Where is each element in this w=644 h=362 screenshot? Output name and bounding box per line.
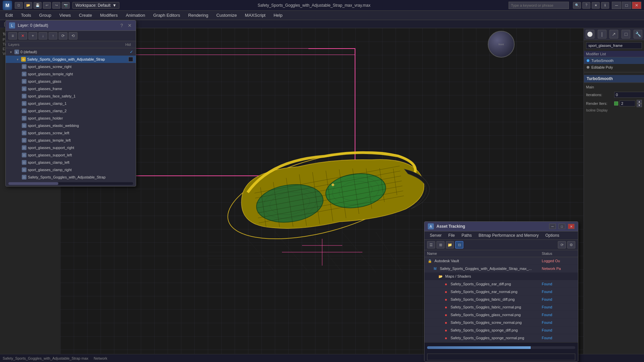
layer-item-clamp-right[interactable]: □ sport_glasses_clamp_right xyxy=(6,166,136,173)
asset-list-btn[interactable]: ☰ xyxy=(427,241,435,248)
nav-sphere[interactable]: front xyxy=(488,31,515,58)
layer-item-support-right[interactable]: □ sport_glasses_support_right xyxy=(6,144,136,151)
menu-rendering[interactable]: Rendering xyxy=(184,11,212,19)
layer-item-elastic[interactable]: □ sport_glasses_elastic_webbing xyxy=(6,122,136,129)
close-btn[interactable]: ✕ xyxy=(632,2,641,9)
editable-poly-modifier-item[interactable]: Editable Poly xyxy=(584,64,644,71)
menu-help[interactable]: Help xyxy=(270,11,287,19)
layers-scrollbar[interactable] xyxy=(8,182,133,185)
layer-item-default[interactable]: ▾ L 0 (default) ✓ xyxy=(6,48,136,56)
layers-menu-btn[interactable]: ≡ xyxy=(8,32,17,40)
render-iters-down-btn[interactable]: ▼ xyxy=(637,103,642,107)
menu-animation[interactable]: Animation xyxy=(122,11,149,19)
minimize-btn[interactable]: ─ xyxy=(612,2,621,9)
asset-refresh-btn[interactable]: ⟳ xyxy=(558,241,566,248)
asset-detail-btn[interactable]: ⊞ xyxy=(436,241,445,248)
layer-item-clamp-left[interactable]: □ sport_glasses_clamp_left xyxy=(6,159,136,166)
layer-item-goggles-obj[interactable]: □ Safety_Sports_Goggles_with_Adjustable_… xyxy=(6,173,136,181)
asset-row-maxfile[interactable]: M Safety_Sports_Goggles_with_Adjustable_… xyxy=(424,265,578,273)
menu-views[interactable]: Views xyxy=(55,11,75,19)
asset-menu-server[interactable]: Server xyxy=(427,232,444,238)
asset-panel-title: Asset Tracking xyxy=(436,224,546,229)
asset-menu-bitmap[interactable]: Bitmap Performance and Memory xyxy=(476,232,541,238)
layer-item-temple-right[interactable]: □ sport_glasses_temple_right xyxy=(6,70,136,78)
layer-item-screw-left[interactable]: □ sport_glasses_screw_left xyxy=(6,129,136,137)
modifier-name-input[interactable] xyxy=(586,42,642,49)
save-file-btn[interactable]: 💾 xyxy=(34,2,42,9)
iterations-input[interactable] xyxy=(614,92,644,98)
layers-collapse-btn[interactable]: ↑ xyxy=(49,32,57,40)
layer-item-temple-left[interactable]: □ sport_glasses_temple_left xyxy=(6,137,136,144)
layers-refresh-btn[interactable]: ⟳ xyxy=(59,32,67,40)
asset-row-png2[interactable]: ■ Safety_Sports_Goggles_fabric_diff.png … xyxy=(424,296,578,303)
layer-item-face-safety[interactable]: □ sport_glasses_face_safety_1 xyxy=(6,92,136,100)
asset-close-btn[interactable]: ✕ xyxy=(568,224,575,229)
layer-item-screw-right[interactable]: □ sport_glasses_screw_right xyxy=(6,63,136,70)
display-btn[interactable]: □ xyxy=(622,30,630,39)
scene-icon-btn[interactable]: ⚪ xyxy=(586,30,594,39)
asset-search-input[interactable] xyxy=(427,354,575,360)
menu-tools[interactable]: Tools xyxy=(17,11,35,19)
open-file-btn[interactable]: 📂 xyxy=(24,2,32,9)
menu-create[interactable]: Create xyxy=(75,11,96,19)
hierarchy-btn[interactable]: | xyxy=(598,30,606,39)
layer-item-support-left[interactable]: □ sport_glasses_support_left xyxy=(6,151,136,159)
asset-row-folder[interactable]: 📂 Maps / Shaders xyxy=(424,273,578,280)
asset-row-vault[interactable]: 🔒 Autodesk Vault Logged Ou xyxy=(424,257,578,265)
asset-maximize-btn[interactable]: □ xyxy=(559,224,565,229)
motion-btn[interactable]: ↗ xyxy=(609,30,618,39)
render-iters-up-btn[interactable]: ▲ xyxy=(637,100,642,103)
maximize-btn[interactable]: □ xyxy=(622,2,631,9)
viewport-navigator[interactable]: front xyxy=(488,31,518,61)
menu-graph-editors[interactable]: Graph Editors xyxy=(149,11,184,19)
layers-delete-btn[interactable]: ✕ xyxy=(18,32,27,40)
asset-menu-options[interactable]: Options xyxy=(543,232,562,238)
layer-item-goggles-group[interactable]: ▾ G Safety_Sports_Goggles_with_Adjustabl… xyxy=(6,56,136,63)
undo-btn[interactable]: ↩ xyxy=(43,2,51,9)
asset-progress-bar-container xyxy=(427,346,575,349)
menu-group[interactable]: Group xyxy=(35,11,55,19)
info-btn[interactable]: ℹ xyxy=(601,2,609,9)
asset-settings-btn[interactable]: ⚙ xyxy=(567,241,575,248)
asset-row-png4[interactable]: ■ Safety_Sports_Goggles_glass_normal.png… xyxy=(424,311,578,319)
asset-row-png1[interactable]: ■ Safety_Sports_Goggles_ear_normal.png F… xyxy=(424,288,578,296)
asset-row-png0[interactable]: ■ Safety_Sports_Goggles_ear_diff.png Fou… xyxy=(424,280,578,288)
redo-btn[interactable]: ↪ xyxy=(52,2,60,9)
layer-item-frame[interactable]: □ sport_glasses_frame xyxy=(6,85,136,92)
render-iters-checkbox[interactable] xyxy=(614,101,618,105)
layer-obj-icon: □ xyxy=(22,94,26,98)
asset-menu-paths[interactable]: Paths xyxy=(459,232,475,238)
layer-visibility-checkbox[interactable] xyxy=(128,57,133,62)
layer-item-clamp1[interactable]: □ sport_glasses_clamp_1 xyxy=(6,100,136,107)
layers-expand-btn[interactable]: ↓ xyxy=(39,32,47,40)
asset-minimize-btn[interactable]: ─ xyxy=(549,224,556,229)
favorites-btn[interactable]: ★ xyxy=(592,2,600,9)
asset-row-png7[interactable]: ■ Safety_Sports_Goggles_sponge_normal.pn… xyxy=(424,334,578,342)
utilities-btn[interactable]: 🔧 xyxy=(634,30,642,39)
layers-panel-close-btn[interactable]: ✕ xyxy=(127,23,132,28)
menu-customize[interactable]: Customize xyxy=(212,11,241,19)
asset-folder-btn[interactable]: 📁 xyxy=(446,241,454,248)
layers-panel-question-btn[interactable]: ? xyxy=(119,23,124,28)
layers-add-btn[interactable]: + xyxy=(28,32,37,40)
asset-row-png5[interactable]: ■ Safety_Sports_Goggles_screw_normal.png… xyxy=(424,319,578,327)
layers-filter-btn[interactable]: ⟲ xyxy=(69,32,77,40)
workspace-selector[interactable]: Workspace: Default ▼ xyxy=(72,2,119,9)
layer-item-clamp2[interactable]: □ sport_glasses_clamp_2 xyxy=(6,107,136,115)
camera-btn[interactable]: 📷 xyxy=(62,2,70,9)
layer-item-glass[interactable]: □ sport_glasses_glass xyxy=(6,78,136,85)
global-search-input[interactable] xyxy=(509,2,569,9)
asset-menu-file[interactable]: File xyxy=(446,232,457,238)
asset-row-png6[interactable]: ■ Safety_Sports_Goggles_sponge_diff.png … xyxy=(424,327,578,334)
asset-table-btn[interactable]: ⊟ xyxy=(455,241,463,248)
layer-item-holder[interactable]: □ sport_glasses_holder xyxy=(6,115,136,122)
help-search-btn[interactable]: ? xyxy=(582,2,590,9)
asset-row-png3[interactable]: ■ Safety_Sports_Goggles_fabric_normal.pn… xyxy=(424,303,578,311)
search-icon-btn[interactable]: 🔍 xyxy=(573,2,581,9)
render-iters-input[interactable] xyxy=(620,100,635,106)
menu-edit[interactable]: Edit xyxy=(1,11,17,19)
turbosmooth-modifier-item[interactable]: TurboSmooth xyxy=(584,57,644,64)
menu-maxscript[interactable]: MAXScript xyxy=(241,11,270,19)
menu-modifiers[interactable]: Modifiers xyxy=(96,11,122,19)
new-file-btn[interactable]: 🗋 xyxy=(15,2,23,9)
